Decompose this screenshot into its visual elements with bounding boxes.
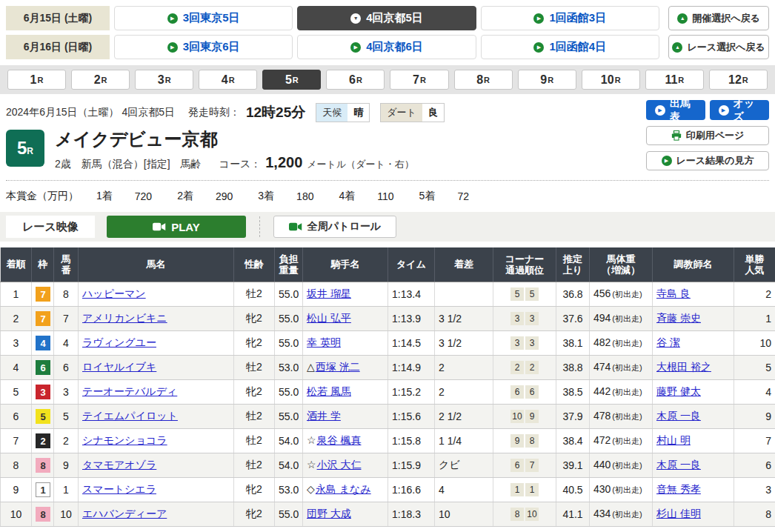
horse-name-link[interactable]: エハバンディーア xyxy=(82,508,167,519)
corner-position: 3 xyxy=(510,336,524,350)
finish-position: 6 xyxy=(1,404,32,428)
race-tab-7r[interactable]: 7R xyxy=(390,70,448,90)
frame-badge: 4 xyxy=(36,336,50,350)
jockey-link[interactable]: 団野 大成 xyxy=(307,508,351,519)
meeting-button[interactable]: ▶3回東京5日 xyxy=(114,6,293,30)
trainer-link[interactable]: 藤野 健太 xyxy=(656,385,701,397)
back-button[interactable]: ▲開催選択へ戻る xyxy=(668,6,769,30)
jockey-cell: 坂井 瑠星 xyxy=(303,282,388,306)
odds-button[interactable]: ▶ オッズ xyxy=(710,100,769,120)
horse-weight: 442(初出走) xyxy=(590,379,653,404)
date-row: 6月16日 (日曜)▶3回東京6日▶4回京都6日▶1回函館4日 xyxy=(6,35,659,59)
corner-positions: 22 xyxy=(493,355,556,379)
trainer-cell: 音無 秀孝 xyxy=(653,477,734,502)
meeting-button[interactable]: ▶1回函館3日 xyxy=(481,6,659,30)
trainer-link[interactable]: 音無 秀孝 xyxy=(656,483,701,495)
corner-position: 1 xyxy=(525,483,539,496)
horse-weight-value: 482 xyxy=(593,336,611,348)
trainer-link[interactable]: 斉藤 崇史 xyxy=(656,312,701,324)
race-tab-4r[interactable]: 4R xyxy=(199,70,257,90)
race-tab-suffix: R xyxy=(38,76,44,84)
horse-weight-value: 456 xyxy=(593,287,611,299)
horse-name-link[interactable]: スマートシエラ xyxy=(82,483,156,495)
horse-name-link[interactable]: テイエムパイロット xyxy=(82,410,178,422)
horse-name-cell: エハバンディーア xyxy=(79,502,234,526)
column-header: タイム xyxy=(388,247,435,282)
jockey-link[interactable]: 幸 英明 xyxy=(307,336,341,348)
finish-position: 4 xyxy=(1,355,32,379)
race-tab-2r[interactable]: 2R xyxy=(71,70,130,90)
finish-time: 1:15.9 xyxy=(388,453,435,477)
trainer-cell: 谷 潔 xyxy=(653,330,734,355)
horse-weight: 474(初出走) xyxy=(590,355,653,379)
race-video-bar: レース映像 PLAY 全周パトロール xyxy=(0,212,775,242)
prize-place: 2着 xyxy=(177,190,193,203)
jockey-cell: ☆泉谷 楓真 xyxy=(303,428,388,453)
back-button[interactable]: ▲レース選択へ戻る xyxy=(668,35,769,59)
race-tab-number: 8 xyxy=(476,73,483,87)
horse-name-link[interactable]: タマモアオゾラ xyxy=(82,459,156,471)
race-tab-11r[interactable]: 11R xyxy=(645,70,704,90)
corner-position: 5 xyxy=(525,287,539,301)
trainer-link[interactable]: 杉山 佳明 xyxy=(656,508,701,519)
trainer-link[interactable]: 木原 一良 xyxy=(656,459,701,471)
carried-weight: 55.0 xyxy=(275,282,303,306)
last-3f: 41.1 xyxy=(556,502,590,526)
patrol-video-button[interactable]: 全周パトロール xyxy=(273,216,396,238)
horse-weight: 456(初出走) xyxy=(590,282,653,306)
horse-number: 6 xyxy=(54,355,79,379)
horse-number: 10 xyxy=(54,502,79,526)
prize-label: 本賞金（万円） xyxy=(6,190,79,203)
odds-rank: 9 xyxy=(734,404,775,428)
race-tab-8r[interactable]: 8R xyxy=(454,70,513,90)
trainer-link[interactable]: 谷 潔 xyxy=(656,336,680,348)
column-header: 推定 上り xyxy=(556,247,590,282)
track-condition-badge: ダート 良 xyxy=(380,103,445,122)
horse-weight-value: 478 xyxy=(593,410,611,422)
margin: クビ xyxy=(435,453,493,477)
race-tab-12r[interactable]: 12R xyxy=(709,70,768,90)
horse-name-link[interactable]: シナモンショコラ xyxy=(82,434,167,446)
carried-weight: 54.0 xyxy=(275,428,303,453)
jockey-link[interactable]: 小沢 大仁 xyxy=(317,459,362,471)
trainer-link[interactable]: 村山 明 xyxy=(656,434,691,446)
trainer-cell: 斉藤 崇史 xyxy=(653,306,734,330)
race-tab-3r[interactable]: 3R xyxy=(135,70,193,90)
trainer-link[interactable]: 木原 一良 xyxy=(656,410,701,422)
race-tab-10r[interactable]: 10R xyxy=(582,70,640,90)
jockey-link[interactable]: 永島 まなみ xyxy=(316,483,371,495)
trainer-link[interactable]: 大根田 裕之 xyxy=(656,361,711,373)
results-guide-button[interactable]: ▶ レース結果の見方 xyxy=(646,151,769,170)
jockey-link[interactable]: 酒井 学 xyxy=(307,410,341,422)
jockey-cell: 団野 大成 xyxy=(303,502,388,526)
horse-name-link[interactable]: テーオーテバルディ xyxy=(82,385,177,397)
trainer-cell: 木原 一良 xyxy=(653,453,734,477)
horse-name-link[interactable]: ラヴィングユー xyxy=(82,336,156,348)
horse-name-link[interactable]: アメリカンビキニ xyxy=(82,312,167,324)
play-button[interactable]: PLAY xyxy=(107,216,246,238)
horse-name-link[interactable]: ロイヤルイブキ xyxy=(82,361,156,373)
print-page-button[interactable]: 印刷用ページ xyxy=(646,126,769,145)
horse-weight-value: 472 xyxy=(593,434,611,446)
jockey-link[interactable]: 泉谷 楓真 xyxy=(317,434,362,446)
meeting-button[interactable]: ▼4回京都5日 xyxy=(297,6,476,30)
meeting-button[interactable]: ▶4回京都6日 xyxy=(297,35,476,59)
race-tab-1r[interactable]: 1R xyxy=(7,70,66,90)
jockey-link[interactable]: 松山 弘平 xyxy=(307,312,351,324)
jockey-link[interactable]: 西塚 洸二 xyxy=(316,361,360,373)
frame-badge: 8 xyxy=(36,458,50,473)
meeting-button[interactable]: ▶1回函館4日 xyxy=(481,35,659,59)
race-tab-6r[interactable]: 6R xyxy=(326,70,385,90)
prize-place: 5着 xyxy=(419,190,436,203)
meeting-button[interactable]: ▶3回東京6日 xyxy=(114,35,293,59)
jockey-link[interactable]: 松若 風馬 xyxy=(307,385,351,397)
course-detail: メートル（ダート・右） xyxy=(307,158,414,171)
entries-button[interactable]: ▶ 出馬表 xyxy=(646,100,705,120)
last-3f: 37.6 xyxy=(556,306,590,330)
trainer-link[interactable]: 寺島 良 xyxy=(656,287,691,299)
race-tab-5r[interactable]: 5R xyxy=(262,70,321,90)
race-tab-9r[interactable]: 9R xyxy=(518,70,576,90)
odds-rank: 10 xyxy=(734,330,775,355)
horse-name-link[interactable]: ハッピーマン xyxy=(82,287,146,299)
jockey-link[interactable]: 坂井 瑠星 xyxy=(307,287,351,299)
